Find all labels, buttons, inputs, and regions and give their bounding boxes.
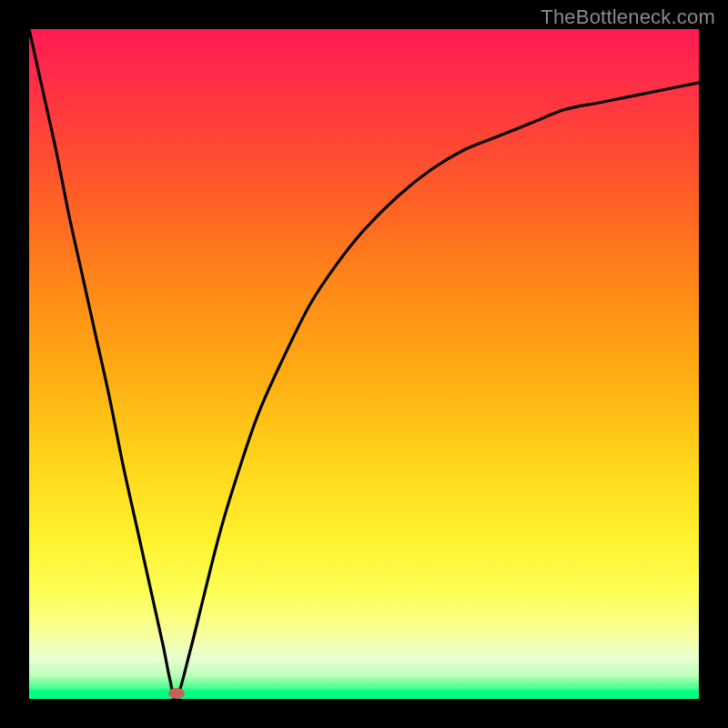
bottleneck-curve	[29, 29, 699, 699]
chart-frame	[29, 29, 699, 699]
ideal-marker	[168, 688, 185, 699]
attribution-text: TheBottleneck.com	[541, 5, 715, 29]
